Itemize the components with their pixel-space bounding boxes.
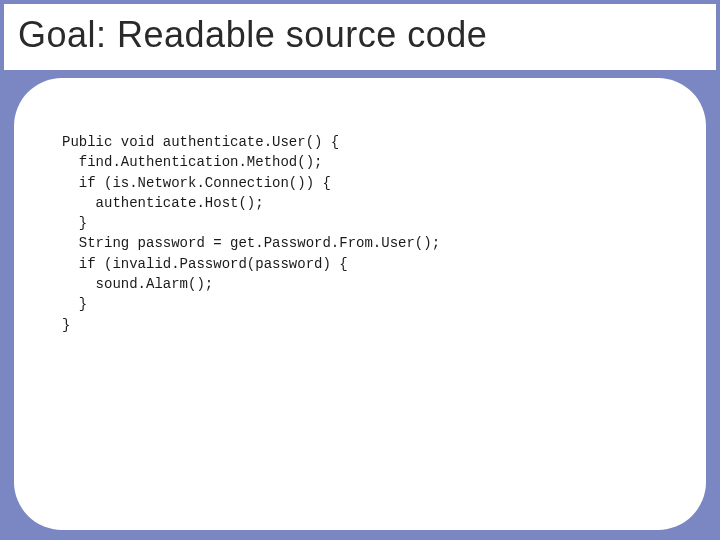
- code-line: }: [62, 215, 87, 231]
- code-line: }: [62, 317, 70, 333]
- code-line: }: [62, 296, 87, 312]
- code-line: String password = get.Password.From.User…: [62, 235, 440, 251]
- code-line: authenticate.Host();: [62, 195, 264, 211]
- slide-title: Goal: Readable source code: [18, 14, 702, 56]
- code-line: sound.Alarm();: [62, 276, 213, 292]
- title-band: Goal: Readable source code: [4, 4, 716, 74]
- code-line: Public void authenticate.User() {: [62, 134, 339, 150]
- code-block: Public void authenticate.User() { find.A…: [62, 132, 666, 335]
- code-line: if (invalid.Password(password) {: [62, 256, 348, 272]
- code-line: if (is.Network.Connection()) {: [62, 175, 331, 191]
- code-line: find.Authentication.Method();: [62, 154, 322, 170]
- content-card: Public void authenticate.User() { find.A…: [14, 78, 706, 530]
